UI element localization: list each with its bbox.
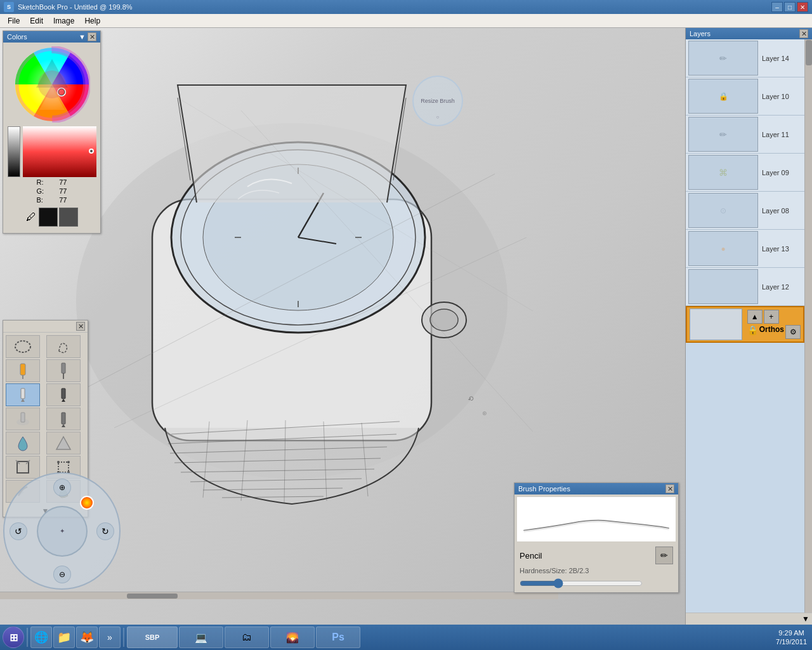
layer-add-btn[interactable]: + <box>764 310 779 324</box>
resize-brush-ring[interactable]: Resize Brush ○ <box>412 76 463 126</box>
color-values: R: 77 G: 77 B: 77 <box>33 177 71 205</box>
navigation-ring[interactable]: ⊕ ↺ ↻ ⊖ ✦ <box>3 472 121 590</box>
menu-file[interactable]: File <box>3 15 25 27</box>
soft-brush-tool[interactable] <box>6 408 40 430</box>
nav-rotate-right[interactable]: ↻ <box>96 522 114 540</box>
start-button[interactable]: ⊞ <box>3 627 24 648</box>
grayscale-gradient[interactable] <box>8 126 20 177</box>
taskbar-folder-icon[interactable]: 📁 <box>53 627 75 648</box>
detail-marker-tool[interactable] <box>46 359 81 382</box>
layer-lock-icon[interactable]: 🔒 <box>747 325 758 339</box>
taskbar: ⊞ 🌐 📁 🦊 » SBP 💻 🗂 🌄 Ps 9:29 AM 7/19/2011 <box>0 625 812 650</box>
layer-item-14[interactable]: ✏ Layer 14 <box>686 39 804 77</box>
layer-name-13: Layer 13 <box>762 245 789 253</box>
colors-panel: Colors ▼ ✕ <box>3 30 101 234</box>
colors-close-btn[interactable]: ✕ <box>88 32 96 41</box>
taskbar-arrow-icon[interactable]: » <box>99 627 121 648</box>
foreground-color-swatch[interactable] <box>39 208 58 227</box>
nav-rotate-left[interactable]: ↺ <box>10 522 27 540</box>
close-button[interactable]: ✕ <box>797 2 808 12</box>
canvas-scrollbar-thumb[interactable] <box>127 594 178 599</box>
nav-ring-outer[interactable]: ⊕ ↺ ↻ ⊖ ✦ <box>3 472 121 590</box>
layer-thumb-13: ● <box>688 231 758 266</box>
taskbar-image-app[interactable]: 🌄 <box>270 627 315 648</box>
background-color-swatch[interactable] <box>59 208 78 227</box>
active-layer-name: Orthos <box>759 325 784 339</box>
svg-point-30 <box>15 341 30 352</box>
svg-marker-38 <box>62 399 65 402</box>
menu-help[interactable]: Help <box>79 15 105 27</box>
brush-properties-panel: Brush Properties ✕ Pencil ✏ Hardness/Siz… <box>514 482 679 593</box>
lasso-tool[interactable] <box>46 335 81 358</box>
pencil-tool[interactable] <box>6 383 40 406</box>
titlebar-controls[interactable]: – □ ✕ <box>771 2 808 12</box>
layers-with-scroll: ✏ Layer 14 🔒 Layer 10 ✏ Layer 11 <box>686 39 812 613</box>
layer-name-14: Layer 14 <box>762 55 789 62</box>
taskbar-separator-2 <box>123 628 124 647</box>
water-tool[interactable] <box>6 432 40 454</box>
active-layer-orthos[interactable]: ▲ + 🔒 Orthos ⚙ <box>686 306 804 343</box>
layers-scrollbar[interactable] <box>804 39 812 613</box>
taskbar-photoshop-app[interactable]: Ps <box>316 627 360 648</box>
brush-props-close-btn[interactable]: ✕ <box>665 484 674 493</box>
brush-stroke-preview <box>517 497 676 541</box>
color-wheel[interactable] <box>14 46 90 123</box>
svg-marker-36 <box>21 399 25 402</box>
eyedropper-icon[interactable]: 🖊 <box>26 211 36 223</box>
layer-thumb-10: 🔒 <box>688 79 758 114</box>
color-preview-area: 🖊 <box>22 205 82 229</box>
taskbar-separator-1 <box>27 628 28 647</box>
marker-tool[interactable] <box>6 359 40 382</box>
brush-icon-button[interactable]: ✏ <box>655 547 673 564</box>
layer-move-up-btn[interactable]: ▲ <box>747 310 763 324</box>
brush-panel-header: ✕ <box>3 321 88 333</box>
canvas-scrollbar[interactable] <box>0 592 558 599</box>
taskbar-ie-icon[interactable]: 🌐 <box>30 627 52 648</box>
svg-point-12 <box>430 309 458 331</box>
minimize-button[interactable]: – <box>771 2 783 12</box>
layer-item-12[interactable]: Layer 12 <box>686 268 804 306</box>
layers-scroll-down-icon[interactable]: ▼ <box>802 614 809 623</box>
layer-item-10[interactable]: 🔒 Layer 10 <box>686 77 804 116</box>
brush-properties-title: Brush Properties ✕ <box>514 483 678 494</box>
layer-item-11[interactable]: ✏ Layer 11 <box>686 116 804 154</box>
taskbar-folder-app[interactable]: 🗂 <box>225 627 269 648</box>
watch-sketch: ⟲ ⊛ <box>51 47 533 529</box>
charcoal-tool[interactable] <box>46 383 81 406</box>
blending-tool[interactable] <box>46 432 81 454</box>
layer-item-13[interactable]: ● Layer 13 <box>686 230 804 268</box>
layer-item-08[interactable]: ⊙ Layer 08 <box>686 192 804 230</box>
layers-scrollbar-thumb[interactable] <box>806 40 812 65</box>
maximize-button[interactable]: □ <box>784 2 796 12</box>
title-bar: S SketchBook Pro - Untitled @ 199.8% – □… <box>0 0 812 14</box>
layer-name-12: Layer 12 <box>762 283 789 291</box>
ellipse-select-tool[interactable] <box>6 335 40 358</box>
nav-zoom-out[interactable]: ⊖ <box>53 566 71 583</box>
svg-rect-37 <box>62 388 65 399</box>
layer-settings-btn[interactable]: ⚙ <box>785 325 801 339</box>
color-gradient[interactable] <box>23 126 96 177</box>
layers-panel: Layers ✕ ✏ Layer 14 🔒 Layer 10 <box>685 28 812 625</box>
layer-item-09[interactable]: ⌘ Layer 09 <box>686 154 804 192</box>
clock-date: 7/19/2011 <box>776 637 807 646</box>
menu-image[interactable]: Image <box>48 15 79 27</box>
taskbar-explorer-app[interactable]: 💻 <box>179 627 223 648</box>
active-layer-thumb <box>690 308 742 340</box>
nav-ring-inner[interactable]: ✦ <box>37 506 88 557</box>
taskbar-firefox-icon[interactable]: 🦊 <box>76 627 98 648</box>
menu-edit[interactable]: Edit <box>25 15 48 27</box>
svg-point-29 <box>38 70 66 98</box>
layers-close-btn[interactable]: ✕ <box>799 29 808 38</box>
app-icon: S <box>4 2 14 12</box>
taskbar-sketchbook-app[interactable]: SBP <box>127 627 178 648</box>
resize-brush-label: Resize Brush <box>421 98 455 104</box>
layer-thumb-11: ✏ <box>688 117 758 152</box>
layer-name-08: Layer 08 <box>762 207 789 215</box>
brush-size-slider[interactable] <box>520 578 643 588</box>
layer-name-10: Layer 10 <box>762 93 789 100</box>
color-indicator-dot[interactable] <box>80 496 94 510</box>
hard-brush-tool[interactable] <box>46 408 81 430</box>
brush-panel-close[interactable]: ✕ <box>76 322 85 331</box>
colors-collapse-btn[interactable]: ▼ <box>79 33 86 41</box>
nav-zoom-in[interactable]: ⊕ <box>53 479 71 496</box>
